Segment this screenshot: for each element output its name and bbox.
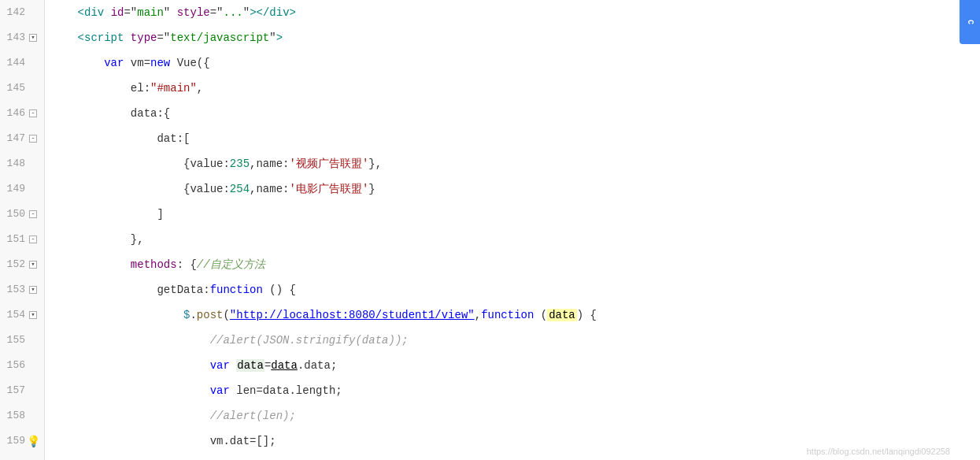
code-line-151: }, — [45, 227, 980, 252]
line-number-152: 152 ▾ — [0, 252, 44, 277]
fold-icon-158 — [28, 411, 38, 421]
line-number-155: 155 — [0, 328, 44, 353]
underline-data-156: data — [271, 359, 298, 372]
code-line-144: var vm= new Vue({ — [45, 50, 980, 76]
fold-icon-146[interactable]: - — [28, 109, 38, 118]
code-line-152: methods : { //自定义方法 — [45, 252, 980, 277]
line-number-158: 158 — [0, 403, 44, 428]
indent — [51, 258, 131, 271]
line-number-144: 144 — [0, 50, 44, 76]
code-area[interactable]: <div id =" main " style =" ... " ></div>… — [45, 0, 980, 460]
fold-icon-148 — [28, 159, 38, 169]
code-line-153: getData: function () { — [45, 277, 980, 302]
indent — [51, 309, 183, 321]
code-line-155: //alert(JSON.stringify(data)); — [45, 328, 980, 353]
line-number-153: 153 ▾ — [0, 277, 44, 302]
fold-icon-151[interactable]: - — [28, 235, 38, 244]
line-number-157: 157 — [0, 378, 44, 403]
fold-icon-154[interactable]: ▾ — [28, 310, 38, 320]
code-line-146: data:{ — [45, 101, 980, 126]
fold-icon-150[interactable]: - — [28, 210, 38, 219]
code-line-147: dat:[ — [45, 126, 980, 151]
indent — [51, 132, 157, 145]
fold-icon-144 — [28, 58, 38, 68]
code-line-148: {value: 235 ,name: '视频广告联盟' }, — [45, 151, 980, 176]
line-number-146: 146 - — [0, 101, 44, 126]
indent — [51, 208, 157, 221]
indent — [51, 107, 131, 120]
fold-icon-143[interactable]: ▾ — [28, 33, 38, 43]
fold-icon-155 — [28, 336, 38, 345]
code-line-149: {value: 254 ,name: '电影广告联盟' } — [45, 176, 980, 202]
indent — [51, 384, 210, 397]
fold-icon-145 — [28, 83, 38, 93]
indent — [51, 334, 210, 347]
code-line-145: el: "#main" , — [45, 76, 980, 101]
indent — [51, 158, 183, 170]
line-number-156: 156 — [0, 353, 44, 378]
line-number-150: 150 - — [0, 202, 44, 227]
fold-icon-147[interactable]: - — [28, 134, 38, 143]
fold-icon-149 — [28, 184, 38, 194]
code-line-150: ] — [45, 202, 980, 227]
line-number-148: 148 — [0, 151, 44, 176]
line-number-142: 142 — [0, 0, 44, 25]
code-line-154: $ . post ( "http://localhost:8080/studen… — [45, 302, 980, 328]
fold-icon-156 — [28, 361, 38, 370]
watermark-bar: https://blog.csdn.net/lanqingdi092258 — [783, 443, 956, 460]
indent — [51, 284, 157, 296]
indent — [51, 359, 210, 372]
line-number-147: 147 - — [0, 126, 44, 151]
fold-icon-152[interactable]: ▾ — [28, 260, 38, 269]
code-line-157: var len=data.length; — [45, 378, 980, 403]
indent — [51, 82, 131, 95]
line-numbers: 142 143 ▾ 144 145 146 - 147 — [0, 0, 45, 460]
code-line-156: var data = data .data; — [45, 353, 980, 378]
line-number-145: 145 — [0, 76, 44, 101]
code-line-142: <div id =" main " style =" ... " ></div> — [45, 0, 980, 25]
fold-icon-153[interactable]: ▾ — [28, 285, 38, 295]
watermark-text: https://blog.csdn.net/lanqingdi092258 — [807, 447, 950, 456]
indent — [51, 183, 183, 195]
line-number-143: 143 ▾ — [0, 25, 44, 50]
indent — [51, 57, 104, 69]
editor-container: 142 143 ▾ 144 145 146 - 147 — [0, 0, 980, 460]
highlight-data-156: data — [236, 359, 264, 372]
line-number-151: 151 - — [0, 227, 44, 252]
fold-icon-142[interactable] — [28, 8, 38, 17]
chrome-extension-button[interactable]: C — [960, 0, 980, 44]
line-number-149: 149 — [0, 176, 44, 202]
line-number-159: 159 💡 — [0, 428, 44, 454]
indent — [51, 32, 78, 44]
code-line-158: //alert(len); — [45, 403, 980, 428]
indent — [51, 233, 131, 246]
line-number-154: 154 ▾ — [0, 302, 44, 328]
indent — [51, 6, 78, 19]
highlight-data-154: data — [547, 309, 577, 321]
indent — [51, 410, 210, 422]
fold-icon-157 — [28, 386, 38, 395]
fold-icon-159[interactable]: 💡 — [28, 436, 38, 446]
code-line-143: <script type =" text/javascript " > — [45, 25, 980, 50]
indent — [51, 435, 210, 447]
